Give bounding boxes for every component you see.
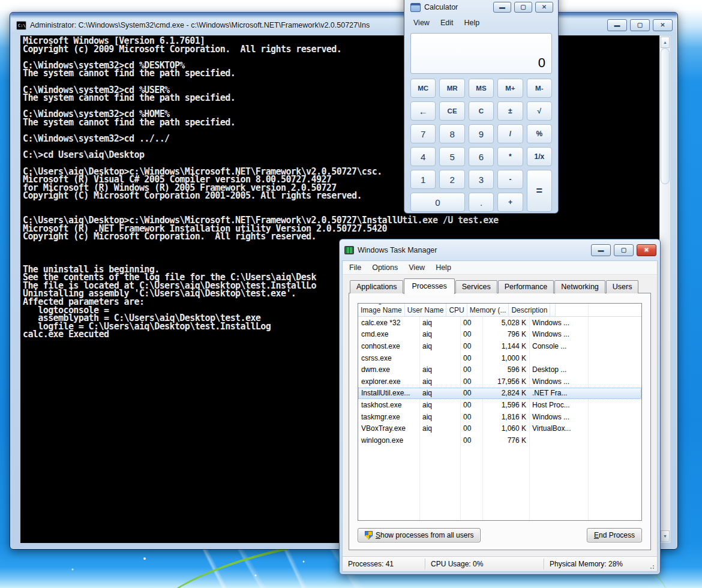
cell-cpu: 00: [460, 377, 482, 386]
cmd-title: Administrator: C:\Windows\System32\cmd.e…: [30, 21, 370, 29]
close-button[interactable]: ✕: [637, 244, 656, 256]
decimal-button[interactable]: .: [469, 193, 494, 212]
tab[interactable]: Networking: [554, 280, 605, 293]
divide-button[interactable]: /: [497, 124, 523, 143]
clear-entry-button[interactable]: CE: [439, 101, 464, 121]
tab[interactable]: Performance: [498, 280, 554, 293]
process-row[interactable]: explorer.exe aiq 00 17,956 K Windows ...: [358, 376, 641, 388]
maximize-button[interactable]: ▢: [514, 2, 532, 13]
scroll-down-icon[interactable]: ▼: [661, 530, 670, 542]
list-header: Image NameUser NameCPUMemory (...Descrip…: [358, 304, 641, 317]
reciprocal-button[interactable]: 1/x: [527, 147, 552, 166]
plus-button[interactable]: +: [497, 193, 523, 212]
process-row[interactable]: cmd.exe aiq 00 796 K Windows ...: [358, 329, 641, 341]
cell-description: .NET Fra...: [529, 389, 588, 397]
digit-4-button[interactable]: 4: [410, 147, 436, 166]
memory-clear-button[interactable]: MC: [410, 79, 436, 98]
maximize-button[interactable]: ▢: [630, 19, 650, 31]
digit-8-button[interactable]: 8: [439, 124, 464, 143]
column-header[interactable]: Description: [509, 304, 550, 316]
minimize-button[interactable]: ▬: [607, 19, 627, 31]
process-row[interactable]: csrss.exe 00 1,000 K: [358, 352, 641, 364]
equals-button[interactable]: =: [527, 170, 552, 212]
cell-user-name: aiq: [419, 330, 460, 338]
status-cpu-usage: CPU Usage: 0%: [425, 559, 544, 569]
cell-cpu: 00: [460, 319, 482, 327]
sqrt-button[interactable]: √: [527, 101, 552, 121]
negate-button[interactable]: ±: [497, 101, 523, 121]
memory-store-button[interactable]: MS: [469, 79, 494, 98]
multiply-button[interactable]: *: [497, 147, 523, 166]
column-header[interactable]: User Name: [405, 304, 447, 316]
process-row[interactable]: taskmgr.exe aiq 00 1,816 K Windows ...: [358, 411, 641, 423]
menu-item[interactable]: Help: [458, 17, 485, 28]
process-row[interactable]: VBoxTray.exe aiq 00 1,060 K VirtualBox..…: [358, 422, 641, 434]
close-button[interactable]: ✕: [653, 19, 673, 31]
process-row[interactable]: taskhost.exe aiq 00 1,596 K Host Proc...: [358, 399, 641, 411]
process-row[interactable]: dwm.exe aiq 00 596 K Desktop ...: [358, 364, 641, 376]
column-header[interactable]: Image Name: [358, 304, 405, 316]
tab[interactable]: Services: [455, 280, 497, 293]
wallpaper-sparkles: [0, 0, 1, 1]
end-process-button[interactable]: End Process: [587, 528, 642, 542]
cmd-icon: C:\: [16, 21, 26, 30]
show-all-processes-button[interactable]: Show processes from all users: [358, 528, 481, 542]
menu-item[interactable]: Edit: [435, 17, 459, 28]
task-manager-tabs: ApplicationsProcessesServicesPerformance…: [349, 280, 651, 293]
minus-button[interactable]: -: [497, 170, 523, 189]
digit-0-button[interactable]: 0: [410, 193, 465, 212]
calculator-titlebar[interactable]: Calculator ▬ ▢ ✕: [404, 0, 558, 14]
digit-6-button[interactable]: 6: [469, 147, 494, 166]
cell-cpu: 00: [460, 424, 482, 433]
cell-memory: 596 K: [482, 365, 529, 374]
cell-user-name: aiq: [419, 389, 460, 397]
digit-5-button[interactable]: 5: [439, 147, 464, 166]
process-row[interactable]: calc.exe *32 aiq 00 5,028 K Windows ...: [358, 317, 641, 329]
process-row[interactable]: conhost.exe aiq 00 1,144 K Console ...: [358, 340, 641, 352]
menu-item[interactable]: File: [344, 262, 367, 273]
tab[interactable]: Applications: [350, 280, 403, 293]
task-manager-titlebar[interactable]: Windows Task Manager ▬ ▢ ✕: [340, 239, 660, 258]
cell-image-name: calc.exe *32: [358, 319, 419, 327]
minimize-button[interactable]: ▬: [493, 2, 511, 13]
process-row[interactable]: InstallUtil.exe... aiq 00 2,824 K .NET F…: [358, 388, 641, 400]
cmd-titlebar[interactable]: C:\ Administrator: C:\Windows\System32\c…: [10, 13, 677, 35]
memory-recall-button[interactable]: MR: [439, 79, 464, 98]
maximize-button[interactable]: ▢: [614, 244, 634, 256]
menu-item[interactable]: Help: [430, 262, 457, 273]
clear-button[interactable]: C: [469, 101, 494, 121]
column-header[interactable]: CPU: [446, 304, 467, 316]
menu-item[interactable]: View: [403, 262, 430, 273]
digit-7-button[interactable]: 7: [410, 124, 436, 143]
close-button[interactable]: ✕: [535, 2, 553, 13]
scroll-thumb[interactable]: [661, 48, 670, 184]
menu-item[interactable]: Options: [367, 262, 403, 273]
process-list: Image NameUser NameCPUMemory (...Descrip…: [358, 303, 642, 521]
minimize-button[interactable]: ▬: [591, 244, 611, 256]
cell-memory: 1,060 K: [482, 424, 529, 433]
cell-user-name: aiq: [419, 365, 460, 374]
digit-9-button[interactable]: 9: [469, 124, 494, 143]
memory-add-button[interactable]: M+: [497, 79, 523, 98]
cell-user-name: aiq: [419, 413, 460, 421]
process-row[interactable]: winlogon.exe 00 776 K: [358, 434, 641, 446]
cell-user-name: aiq: [419, 342, 460, 350]
percent-button[interactable]: %: [527, 124, 552, 143]
tab[interactable]: Users: [606, 280, 639, 293]
digit-3-button[interactable]: 3: [469, 170, 494, 189]
resize-grip[interactable]: [650, 563, 656, 569]
digit-2-button[interactable]: 2: [439, 170, 464, 189]
digit-1-button[interactable]: 1: [410, 170, 436, 189]
menu-item[interactable]: View: [408, 17, 435, 28]
cell-description: Windows ...: [529, 319, 588, 327]
cell-image-name: csrss.exe: [358, 354, 419, 362]
column-header[interactable]: Memory (...: [467, 304, 509, 316]
tab[interactable]: Processes: [404, 278, 454, 294]
processes-tabpage: Image NameUser NameCPUMemory (...Descrip…: [349, 293, 651, 550]
memory-subtract-button[interactable]: M-: [527, 79, 552, 98]
console-scrollbar[interactable]: ▲ ▼: [659, 35, 671, 543]
scroll-up-icon[interactable]: ▲: [661, 37, 670, 48]
backspace-button[interactable]: ←: [410, 101, 436, 121]
cell-memory: 1,000 K: [482, 354, 529, 362]
column-header[interactable]: [550, 304, 556, 316]
